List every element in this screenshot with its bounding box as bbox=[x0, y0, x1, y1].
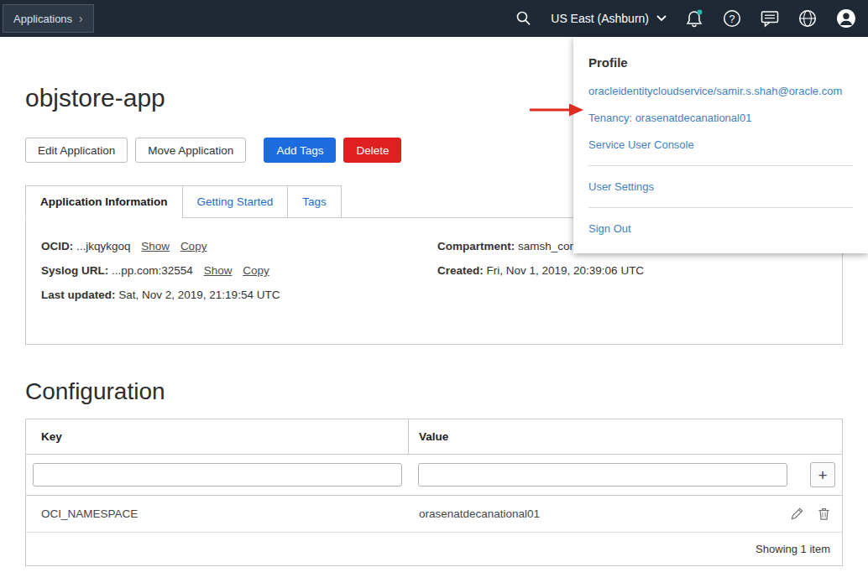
row-value-cell: orasenatdecanational01 bbox=[409, 496, 790, 532]
feedback-chat-icon[interactable] bbox=[761, 10, 779, 28]
profile-menu-item-user-settings[interactable]: User Settings bbox=[588, 180, 853, 193]
profile-menu-title: Profile bbox=[588, 55, 853, 70]
chevron-down-icon bbox=[656, 15, 667, 22]
profile-menu-item-sign-out[interactable]: Sign Out bbox=[588, 222, 853, 235]
breadcrumb[interactable]: Applications › bbox=[3, 4, 94, 33]
table-filter-row: + bbox=[26, 455, 842, 496]
profile-menu-item-user[interactable]: oracleidentitycloudservice/samir.s.shah@… bbox=[588, 85, 853, 97]
ocid-label: OCID: bbox=[41, 240, 73, 252]
row-actions bbox=[790, 507, 842, 521]
tab-application-information[interactable]: Application Information bbox=[25, 185, 183, 218]
profile-menu-item-service-user-console[interactable]: Service User Console bbox=[588, 138, 853, 151]
syslog-copy-link[interactable]: Copy bbox=[243, 264, 269, 277]
profile-menu-item-tenancy[interactable]: Tenancy: orasenatdecanational01 bbox=[588, 112, 853, 124]
value-filter-input[interactable] bbox=[418, 463, 787, 487]
delete-button[interactable]: Delete bbox=[343, 138, 401, 163]
menu-divider bbox=[588, 165, 853, 166]
compartment-label: Compartment: bbox=[437, 240, 515, 252]
syslog-show-link[interactable]: Show bbox=[204, 264, 233, 277]
ocid-value: ...jkqykgoq bbox=[76, 240, 131, 252]
region-label: US East (Ashburn) bbox=[551, 12, 649, 25]
syslog-row: Syslog URL: ...pp.com:32554 Show Copy bbox=[41, 264, 437, 277]
edit-pencil-icon[interactable] bbox=[790, 507, 804, 521]
info-left-column: OCID: ...jkqykgoq Show Copy Syslog URL: … bbox=[41, 240, 437, 324]
add-row-button[interactable]: + bbox=[810, 462, 835, 487]
showing-items-text: Showing 1 item bbox=[756, 543, 830, 555]
ocid-copy-link[interactable]: Copy bbox=[180, 240, 207, 252]
tab-tags[interactable]: Tags bbox=[287, 185, 342, 218]
last-updated-value: Sat, Nov 2, 2019, 21:19:54 UTC bbox=[118, 289, 280, 301]
ocid-show-link[interactable]: Show bbox=[141, 240, 170, 252]
search-icon[interactable] bbox=[515, 10, 531, 27]
topbar-actions: US East (Ashburn) ? bbox=[515, 8, 856, 29]
created-value: Fri, Nov 1, 2019, 20:39:06 UTC bbox=[487, 264, 645, 277]
created-row: Created: Fri, Nov 1, 2019, 20:39:06 UTC bbox=[437, 264, 827, 277]
notifications-bell-icon[interactable] bbox=[686, 9, 703, 28]
region-selector[interactable]: US East (Ashburn) bbox=[551, 12, 667, 25]
language-globe-icon[interactable] bbox=[798, 9, 817, 28]
profile-dropdown: Profile oracleidentitycloudservice/samir… bbox=[573, 37, 868, 253]
table-footer: Showing 1 item bbox=[26, 533, 842, 565]
breadcrumb-label: Applications bbox=[13, 13, 72, 25]
add-tags-button[interactable]: Add Tags bbox=[264, 138, 336, 163]
edit-application-button[interactable]: Edit Application bbox=[25, 138, 128, 163]
menu-divider bbox=[588, 207, 853, 208]
chevron-right-icon: › bbox=[79, 12, 83, 25]
move-application-button[interactable]: Move Application bbox=[135, 138, 246, 163]
help-icon[interactable]: ? bbox=[723, 9, 741, 28]
column-header-value: Value bbox=[409, 419, 842, 454]
syslog-label: Syslog URL: bbox=[41, 264, 108, 277]
configuration-heading: Configuration bbox=[25, 378, 843, 405]
last-updated-label: Last updated: bbox=[41, 289, 116, 301]
ocid-row: OCID: ...jkqykgoq Show Copy bbox=[41, 240, 437, 252]
svg-text:?: ? bbox=[729, 13, 735, 25]
created-label: Created: bbox=[437, 264, 484, 277]
table-header-row: Key Value bbox=[26, 419, 842, 455]
user-avatar-icon[interactable] bbox=[836, 8, 856, 29]
delete-trash-icon[interactable] bbox=[817, 507, 831, 521]
topbar: Applications › US East (Ashburn) ? bbox=[0, 0, 868, 37]
table-row: OCI_NAMESPACE orasenatdecanational01 bbox=[26, 496, 842, 533]
tab-getting-started[interactable]: Getting Started bbox=[182, 185, 289, 218]
last-updated-row: Last updated: Sat, Nov 2, 2019, 21:19:54… bbox=[41, 289, 437, 301]
column-header-key: Key bbox=[26, 419, 409, 454]
row-key-cell: OCI_NAMESPACE bbox=[26, 496, 409, 532]
configuration-table: Key Value + OCI_NAMESPACE orasenatdecana… bbox=[25, 419, 843, 566]
key-filter-input[interactable] bbox=[33, 463, 402, 487]
syslog-value: ...pp.com:32554 bbox=[112, 264, 193, 277]
